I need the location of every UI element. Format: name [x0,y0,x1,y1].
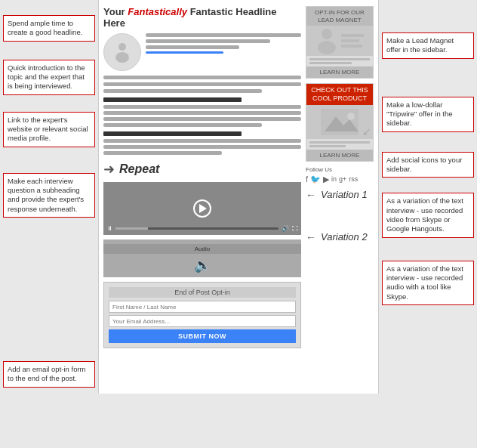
annotation-headline: Spend ample time to create a good headli… [3,15,95,42]
landscape-icon [321,109,359,135]
product-image: ↙ [306,105,373,139]
page-wrapper: Spend ample time to create a good headli… [0,0,477,394]
googleplus-icon[interactable]: g+ [339,175,346,183]
annotation-variation2: As a variation of the text interview - u… [382,261,474,305]
text-line [103,117,301,121]
social-label: Follow Us [306,166,374,173]
text-line [103,139,301,143]
product-header: CHECK OUT THIS COOL PRODUCT [306,84,373,105]
text-line [103,82,301,86]
interview-section [103,97,301,155]
variation2-label: Variation 2 [321,231,368,243]
twitter-icon[interactable]: 🐦 [310,175,321,184]
social-section: Follow Us f 🐦 ▶ in g+ rss [306,166,374,184]
linkedin-icon[interactable]: in [331,175,337,183]
avatar-icon [113,41,131,63]
fullscreen-icon[interactable]: ⛶ [292,225,298,232]
lead-magnet-image [306,26,373,56]
audio-player[interactable]: Audio 🔈 [103,239,301,277]
text-line [103,123,262,127]
svg-point-3 [318,41,336,54]
variation-2-section: ← Variation 2 [306,231,374,243]
audio-label: Audio [103,244,301,254]
variation-1-section: ← Variation 1 [306,189,374,201]
pause-icon[interactable]: ⏸ [106,225,112,232]
author-block [103,33,301,71]
annotation-interview: Make each interview question a subheadin… [3,173,95,218]
text-line [103,145,301,149]
optin-name-input[interactable] [109,301,296,313]
optin-email-input[interactable] [109,315,296,327]
avatar [103,33,141,71]
text-line [146,39,270,43]
question-heading [103,97,242,102]
headline: Your Fantastically Fantastic Headline He… [103,6,301,29]
article-main: Your Fantastically Fantastic Headline He… [103,6,301,353]
social-icons-row: f 🐦 ▶ in g+ rss [306,175,374,184]
video-progress-bar[interactable] [115,227,279,230]
svg-point-1 [115,52,129,63]
center-content: Your Fantastically Fantastic Headline He… [98,0,379,394]
lead-magnet-btn[interactable]: LEARN MORE [306,66,373,78]
rss-icon[interactable]: rss [349,175,358,183]
play-button[interactable] [193,199,211,218]
facebook-icon[interactable]: f [306,175,308,184]
repeat-section: ➜ Repeat [103,161,301,178]
left-annotations: Spend ample time to create a good headli… [0,0,98,394]
text-line [103,89,262,93]
question-heading [103,131,242,136]
svg-point-0 [118,43,126,51]
repeat-label: Repeat [119,162,159,176]
youtube-icon[interactable]: ▶ [323,175,329,184]
text-line [146,45,239,49]
text-line [103,111,301,115]
person-icon [315,26,338,55]
optin-submit-button[interactable]: SUBMIT NOW [109,329,296,343]
play-triangle-icon [199,204,207,213]
annotation-tripwire: Make a low-dollar "Tripwire" offer in th… [382,97,474,132]
lead-magnet-widget: OPT-IN FOR OUR LEAD MAGNET [306,6,374,79]
optin-form: End of Post Opt-in SUBMIT NOW [103,282,301,348]
article-section: Your Fantastically Fantastic Headline He… [103,6,374,353]
content-lines [103,76,301,93]
text-line [103,76,301,79]
variation2-arrow-icon: ← [306,231,316,243]
author-text [146,33,301,56]
text-line [103,151,222,155]
repeat-arrow-icon: ➜ [103,161,115,178]
annotation-optin: Add an email opt-in form to the end of t… [3,361,95,388]
svg-point-2 [322,29,332,39]
profile-link-line[interactable] [146,51,223,54]
annotation-link: Link to the expert's website or relevant… [3,112,95,147]
speaker-icon: 🔈 [194,257,211,273]
right-annotations: Make a Lead Magnet offer in the sidebar.… [379,0,477,394]
video-progress-fill [115,227,148,230]
annotation-variation1: As a variation of the text interview - u… [382,193,474,237]
annotation-social: Add social icons to your sidebar. [382,152,474,178]
lead-magnet-header: OPT-IN FOR OUR LEAD MAGNET [306,7,373,26]
svg-point-6 [347,113,355,120]
article-sidebar: OPT-IN FOR OUR LEAD MAGNET [306,6,374,353]
variation1-label: Variation 1 [321,189,368,200]
product-widget: CHECK OUT THIS COOL PRODUCT ↙ LEARN M [306,83,374,162]
checkout-arrow-icon: ↙ [362,125,371,137]
text-line [103,105,301,109]
video-player[interactable]: ⏸ 🔊 ⛶ [103,182,301,235]
product-btn[interactable]: LEARN MORE [306,150,373,161]
variation1-arrow-icon: ← [306,189,316,201]
annotation-lead-magnet: Make a Lead Magnet offer in the sidebar. [382,32,474,59]
text-line [146,33,301,37]
annotation-intro: Quick introduction to the topic and the … [3,60,95,95]
video-controls: ⏸ 🔊 ⛶ [106,225,298,232]
volume-icon[interactable]: 🔊 [282,225,289,232]
optin-title: End of Post Opt-in [109,287,296,298]
